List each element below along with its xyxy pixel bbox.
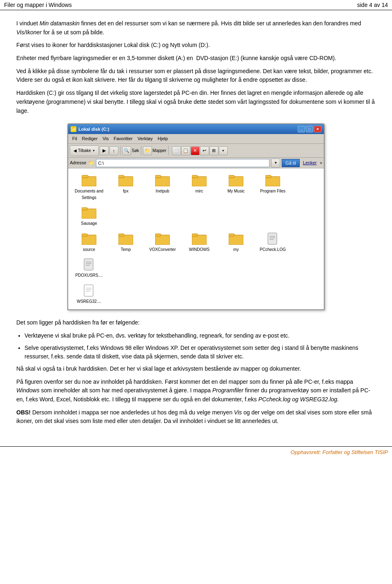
folder-icon-my-music xyxy=(228,173,244,187)
paragraph-1: I vinduet Min datamaskin finnes det en d… xyxy=(16,19,376,37)
folder-icon-temp xyxy=(118,232,134,246)
folder-documents-settings[interactable]: Documents and Settings xyxy=(71,171,107,203)
explorer-window: 📁 Lokal disk (C:) _ □ ✕ Fil Rediger Vis … xyxy=(67,123,325,310)
menu-favoritter[interactable]: Favoritter xyxy=(111,134,135,143)
folder-voxconverter[interactable]: VOXConverter xyxy=(144,229,181,255)
svg-rect-21 xyxy=(192,234,198,236)
svg-rect-24 xyxy=(268,233,277,244)
folder-inetpub[interactable]: Inetpub xyxy=(144,171,181,203)
folder-icon-windows xyxy=(191,232,207,246)
svg-rect-6 xyxy=(192,177,207,186)
minimize-button[interactable]: _ xyxy=(298,126,305,132)
paste-button[interactable]: 📋 xyxy=(181,146,190,155)
svg-rect-10 xyxy=(265,177,280,186)
folder-sausage[interactable]: Sausage xyxy=(71,203,107,229)
folder-label-my: my xyxy=(233,246,238,253)
folder-fpx[interactable]: fpx xyxy=(107,171,144,203)
folder-my-music[interactable]: My Music xyxy=(218,171,254,203)
svg-rect-1 xyxy=(82,175,88,178)
svg-rect-7 xyxy=(192,175,198,178)
svg-rect-4 xyxy=(155,177,170,186)
svg-rect-3 xyxy=(118,175,124,178)
page-header-title: Filer og mapper i Windows xyxy=(4,2,72,8)
folder-program-files[interactable]: Program Files xyxy=(254,171,291,203)
svg-rect-17 xyxy=(118,234,124,236)
menu-fil[interactable]: Fil xyxy=(70,134,80,143)
folder-icon-inetpub xyxy=(154,173,171,187)
file-icon-pdoxusrs xyxy=(81,257,97,271)
address-dropdown-button[interactable]: ▼ xyxy=(271,159,280,168)
file-wsreg32[interactable]: WSREG32.... xyxy=(71,281,107,307)
page-footer: Opphavsrett: Forfatter og Stiftelsen TIS… xyxy=(0,446,392,458)
folder-source[interactable]: source xyxy=(71,229,107,255)
explorer-menubar: Fil Rediger Vis Favoritter Verktøy Hjelp xyxy=(68,134,324,144)
folder-label-documents: Documents and Settings xyxy=(72,188,106,201)
forward-button[interactable]: ▶ xyxy=(100,146,109,155)
folder-label-windows: WINDOWS xyxy=(189,246,210,253)
menu-verktoy[interactable]: Verktøy xyxy=(135,134,155,143)
file-pccheck-log[interactable]: PCcheck.LOG xyxy=(254,229,291,255)
menu-hjelp[interactable]: Hjelp xyxy=(155,134,170,143)
file-label-pdoxusrs: PDOXUSRS.... xyxy=(75,272,102,279)
back-button[interactable]: ◀ Tilbake ▼ xyxy=(70,145,99,156)
address-folder-icon: 📁 xyxy=(88,160,94,166)
links-chevron-icon: » xyxy=(320,160,322,166)
folder-mirc[interactable]: mirc xyxy=(181,171,218,203)
svg-rect-14 xyxy=(82,235,96,245)
views-button[interactable]: ⊞ xyxy=(209,146,218,155)
folder-label-fpx: fpx xyxy=(123,188,128,195)
paragraph-7: Nå skal vi også ta i bruk harddisken. De… xyxy=(16,365,376,374)
folders-icon-button[interactable]: 📁 xyxy=(143,146,152,155)
svg-rect-18 xyxy=(155,235,170,245)
svg-rect-19 xyxy=(155,234,161,236)
svg-rect-2 xyxy=(118,177,133,186)
folder-label-mirc: mirc xyxy=(196,188,203,195)
explorer-toolbar: ◀ Tilbake ▼ ▶ ↑ 🔍 Søk 📁 Mapper ⬜ 📋 ✕ ↩ ⊞… xyxy=(68,144,324,158)
folder-label-voxconverter: VOXConverter xyxy=(149,246,176,253)
menu-rediger[interactable]: Rediger xyxy=(80,134,100,143)
titlebar-controls[interactable]: _ □ ✕ xyxy=(298,126,321,132)
undo-button[interactable]: ↩ xyxy=(200,146,209,155)
links-label[interactable]: Lenker xyxy=(301,159,318,166)
copy-button[interactable]: ⬜ xyxy=(172,146,181,155)
address-input[interactable] xyxy=(96,159,270,167)
window-icon: 📁 xyxy=(71,126,76,132)
folder-icon-my xyxy=(228,232,244,246)
bullet-list: Verktøyene vi skal bruke på PC-en, dvs. … xyxy=(24,331,376,361)
folder-label-sausage: Sausage xyxy=(81,220,97,227)
close-button[interactable]: ✕ xyxy=(314,126,321,132)
folder-icon-source xyxy=(81,232,97,246)
paragraph-8: På figuren ovenfor ser du noe av innhold… xyxy=(16,378,376,404)
main-content: I vinduet Min datamaskin finnes det en d… xyxy=(0,15,392,438)
folder-temp[interactable]: Temp xyxy=(107,229,144,255)
svg-rect-12 xyxy=(82,209,96,219)
file-label-pccheck: PCcheck.LOG xyxy=(260,246,286,253)
toolbar-separator-1 xyxy=(120,146,120,156)
svg-rect-0 xyxy=(82,177,96,186)
address-label: Adresse xyxy=(70,159,86,166)
paragraph-6: Det som ligger på harddisken fra før er … xyxy=(16,318,376,327)
delete-button[interactable]: ✕ xyxy=(191,146,200,155)
folder-svg xyxy=(82,174,96,186)
file-label-wsreg32: WSREG32.... xyxy=(77,298,101,305)
folder-grid-row3: WSREG32.... xyxy=(71,281,321,307)
toolbar-separator-3 xyxy=(168,146,169,156)
file-icon-wsreg32 xyxy=(81,284,97,298)
folder-windows[interactable]: WINDOWS xyxy=(181,229,218,255)
page-header: Filer og mapper i Windows side 4 av 14 xyxy=(0,0,392,10)
titlebar-left: 📁 Lokal disk (C:) xyxy=(71,126,109,133)
maximize-button[interactable]: □ xyxy=(306,126,313,132)
folder-icon-program-files xyxy=(265,173,281,187)
svg-rect-15 xyxy=(82,234,87,236)
search-toolbar-button[interactable]: 🔍 xyxy=(122,146,131,155)
explorer-titlebar: 📁 Lokal disk (C:) _ □ ✕ xyxy=(68,124,324,134)
folder-my[interactable]: my xyxy=(218,229,254,255)
up-button[interactable]: ↑ xyxy=(109,146,118,155)
svg-rect-16 xyxy=(118,235,133,245)
menu-vis[interactable]: Vis xyxy=(100,134,111,143)
svg-rect-22 xyxy=(229,235,243,245)
views-dropdown[interactable]: ▼ xyxy=(219,146,228,155)
paragraph-4: Ved å klikke på disse symbolene får du t… xyxy=(16,67,376,85)
go-button[interactable]: Gå til xyxy=(282,159,300,167)
file-pdoxusrs[interactable]: PDOXUSRS.... xyxy=(71,255,107,281)
